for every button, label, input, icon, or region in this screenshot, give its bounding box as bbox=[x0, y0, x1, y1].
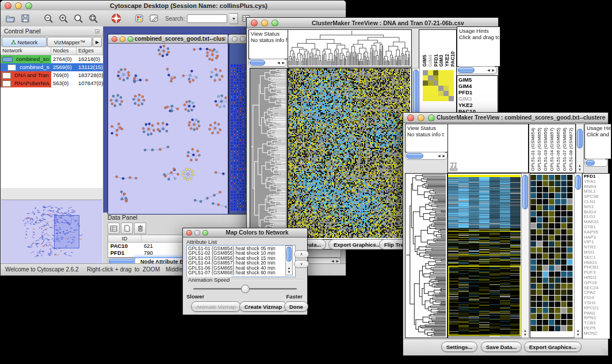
heatmap-canvas[interactable] bbox=[448, 174, 521, 336]
zoom-button[interactable] bbox=[271, 20, 278, 26]
tv1-column-dendrogram[interactable] bbox=[288, 29, 412, 67]
tv2-column-dendrogram[interactable] bbox=[447, 124, 529, 173]
scroll-thumb[interactable] bbox=[458, 67, 475, 73]
tab-overflow-button[interactable]: ▶ bbox=[93, 37, 102, 47]
tv1-heatmap[interactable] bbox=[288, 68, 412, 240]
cluster-matrix-canvas[interactable] bbox=[423, 70, 454, 101]
scroll-arrows[interactable]: ▲▼ bbox=[576, 164, 583, 172]
minimize-button[interactable] bbox=[240, 36, 246, 42]
gene-label[interactable]: YKE2 bbox=[458, 102, 496, 108]
speed-slider-thumb[interactable] bbox=[241, 285, 250, 293]
zoom-button[interactable] bbox=[128, 36, 133, 42]
attribute-listbox[interactable]: GPL51-01 (GSM854) heat shock 05 minGPL51… bbox=[186, 245, 296, 277]
col-network[interactable]: Network bbox=[1, 47, 51, 55]
scroll-thumb[interactable] bbox=[522, 175, 528, 209]
minimize-button[interactable] bbox=[261, 20, 268, 26]
close-button[interactable] bbox=[112, 36, 117, 42]
birdseye-view[interactable] bbox=[1, 200, 102, 263]
close-button[interactable] bbox=[407, 114, 414, 121]
scroll-thumb[interactable] bbox=[586, 160, 595, 166]
network-list-row[interactable]: combined_sco2569(6)13112(15) bbox=[1, 63, 103, 71]
gene-label[interactable]: GIM3 bbox=[458, 95, 496, 102]
birdseye-canvas[interactable] bbox=[1, 200, 101, 262]
tab-network[interactable]: Network bbox=[2, 37, 47, 47]
network-list-row[interactable]: RNAPuberNov2+|563(0)107847(0) bbox=[1, 79, 103, 87]
network-window-titlebar[interactable]: combined_scores_good.txt--cluste... bbox=[108, 35, 228, 44]
col-id[interactable]: ID bbox=[108, 235, 141, 242]
tv2-gene-list[interactable]: PFD1YRA1RNR4MSL1SPC98CLN1NIS1BUD4ELG1MAK… bbox=[582, 173, 610, 339]
scroll-arrows[interactable]: ▲▼ bbox=[522, 329, 529, 337]
table-mode-button[interactable] bbox=[108, 223, 120, 234]
tv1-export-graphics-button[interactable]: Export Graphics... bbox=[328, 239, 386, 250]
minimize-button[interactable] bbox=[418, 114, 424, 121]
gene-label[interactable]: MON2 bbox=[584, 331, 609, 336]
animate-vizmap-button[interactable]: Animate Vizmap bbox=[191, 301, 241, 312]
resize-grip[interactable] bbox=[602, 349, 607, 355]
attribute-list-item[interactable]: GPL51-07 (GSM868) heat shock 60 min bbox=[188, 270, 294, 275]
gene-label[interactable]: PFD1 bbox=[458, 89, 496, 95]
done-button[interactable]: Done bbox=[284, 301, 308, 312]
move-down-button[interactable]: ∨ bbox=[294, 260, 309, 268]
zoom-button[interactable] bbox=[202, 230, 208, 236]
tv2-hints-scrollbar[interactable] bbox=[584, 159, 608, 167]
scroll-arrows[interactable]: ◀ ▶ bbox=[277, 60, 285, 64]
scroll-thumb[interactable] bbox=[575, 175, 581, 190]
annotation-icon[interactable] bbox=[148, 12, 160, 25]
move-up-button[interactable]: ∧ bbox=[294, 250, 309, 258]
tv2-status-scrollbar[interactable]: ◀ ▶ bbox=[405, 152, 447, 160]
create-vizmap-button[interactable]: Create Vizmap bbox=[239, 301, 287, 312]
zoom-button[interactable] bbox=[25, 2, 32, 9]
zoom-selected-icon[interactable] bbox=[87, 12, 100, 25]
dialog-titlebar[interactable]: Map Colors to Network bbox=[183, 228, 307, 237]
open-file-button[interactable] bbox=[4, 12, 17, 25]
network-list-row[interactable]: combined_scores2764(0)16218(0) bbox=[1, 55, 103, 63]
tv2-labels-scrollbar[interactable]: ▲▼ bbox=[576, 124, 584, 173]
scroll-arrows[interactable]: ◀ ▶ bbox=[438, 154, 446, 158]
col-nodes[interactable]: Nodes bbox=[51, 47, 76, 55]
tv1-hints-scrollbar[interactable]: ◀ ▶ bbox=[457, 66, 497, 74]
new-attribute-button[interactable] bbox=[121, 223, 133, 234]
tv2-titlebar[interactable]: ClusterMaker TreeView : combined_scores_… bbox=[403, 113, 608, 123]
zoom-out-icon[interactable] bbox=[42, 12, 55, 25]
scroll-thumb[interactable] bbox=[250, 60, 265, 66]
scroll-arrows[interactable]: ▲▼ bbox=[575, 329, 582, 337]
minimize-button[interactable] bbox=[15, 2, 22, 9]
tv2-heatmap[interactable] bbox=[447, 173, 522, 338]
close-button[interactable] bbox=[232, 36, 238, 42]
minimize-button[interactable] bbox=[194, 230, 200, 236]
network-list-row[interactable]: DNA and Tran 07769(0)183728(0) bbox=[1, 71, 103, 79]
zoom-fit-icon[interactable] bbox=[72, 12, 85, 25]
zoom-in-icon[interactable] bbox=[57, 12, 70, 25]
heatmap-canvas[interactable] bbox=[288, 68, 410, 238]
tv2-row-dendrogram[interactable] bbox=[405, 173, 447, 338]
row-dendrogram-canvas[interactable] bbox=[406, 174, 446, 336]
column-dendrogram-canvas[interactable] bbox=[288, 30, 410, 66]
attribute-list-scrollbar[interactable]: ▲▼ bbox=[285, 246, 293, 275]
gene-label[interactable]: GIM5 bbox=[458, 76, 496, 83]
search-input[interactable] bbox=[187, 14, 227, 23]
tv1-row-dendrogram[interactable] bbox=[250, 68, 288, 240]
search-dropdown-button[interactable]: ▼ bbox=[230, 13, 238, 24]
zoom-heatmap-canvas[interactable] bbox=[530, 174, 573, 336]
save-button[interactable] bbox=[19, 12, 32, 25]
tv2-save-data-button[interactable]: Save Data... bbox=[481, 342, 522, 352]
col-edges[interactable]: Edges bbox=[76, 47, 103, 55]
close-button[interactable] bbox=[251, 20, 258, 26]
vizmapper-icon[interactable] bbox=[133, 12, 146, 25]
tv2-heatmap-scrollbar[interactable]: ▲▼ bbox=[521, 173, 529, 338]
help-lifering-icon[interactable] bbox=[110, 12, 123, 25]
tab-vizmapper[interactable]: VizMapper™ bbox=[47, 37, 92, 47]
tv2-settings-button[interactable]: Settings... bbox=[441, 342, 477, 352]
scroll-arrows[interactable]: ◀ ▶ bbox=[487, 68, 495, 72]
scroll-thumb[interactable] bbox=[406, 153, 423, 159]
scroll-thumb[interactable] bbox=[286, 247, 292, 262]
tv2-zoom-scrollbar[interactable]: ▲▼ bbox=[574, 173, 582, 338]
close-button[interactable] bbox=[5, 2, 12, 9]
gene-label[interactable]: GIM4 bbox=[458, 83, 496, 89]
main-titlebar[interactable]: Cytoscape Desktop (Session Name: collins… bbox=[1, 1, 346, 11]
close-button[interactable] bbox=[186, 230, 192, 236]
tv2-zoom-heatmap[interactable] bbox=[530, 173, 575, 338]
tv1-status-scrollbar[interactable]: ◀ ▶ bbox=[248, 59, 287, 67]
network-canvas[interactable] bbox=[108, 44, 227, 213]
scroll-arrows[interactable]: ◀ ▶ bbox=[331, 259, 339, 263]
